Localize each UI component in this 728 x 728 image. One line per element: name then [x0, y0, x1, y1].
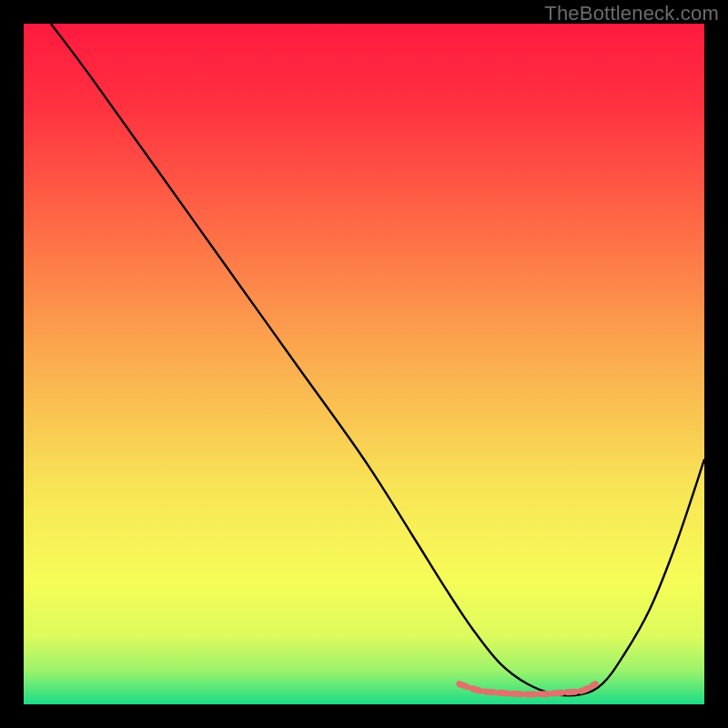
bottleneck-curve-chart — [0, 0, 728, 728]
watermark-text: TheBottleneck.com — [544, 2, 719, 25]
chart-frame: TheBottleneck.com — [0, 0, 728, 728]
